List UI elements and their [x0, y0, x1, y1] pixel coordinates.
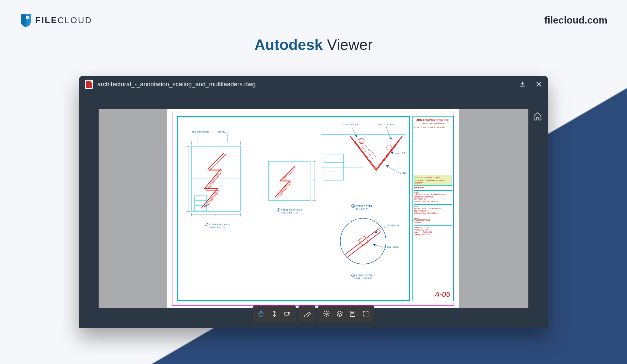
tb-client: client ALLAN CONSTRUCTION LTD. 102 MAIN …	[414, 204, 452, 215]
svg-text:END - RETURN 1-1/4": END - RETURN 1-1/4"	[387, 246, 399, 248]
svg-line-25	[278, 183, 288, 196]
page-title-strong: Autodesk	[254, 36, 323, 53]
viewer-window: architectural_-_annotation_scaling_and_m…	[79, 76, 548, 328]
svg-text:5/8" BENT PLATE: 5/8" BENT PLATE	[387, 224, 399, 226]
close-icon[interactable]	[536, 81, 542, 87]
svg-point-79	[326, 313, 328, 315]
svg-line-77	[307, 313, 308, 314]
filecloud-shield-icon	[20, 13, 32, 27]
svg-point-62	[387, 145, 392, 150]
brand-name: FILECLOUD	[35, 15, 92, 25]
svg-line-64	[345, 228, 379, 254]
camera-tool[interactable]	[281, 308, 294, 319]
svg-marker-52	[390, 137, 392, 139]
detail-3-label: 4 STAIR DETAIL 1 SCALE: 1"=1'-0"	[321, 204, 406, 210]
tool-group-settings	[318, 306, 374, 322]
svg-rect-7	[195, 195, 206, 211]
layers-tool[interactable]	[333, 308, 346, 319]
tb-meta: drawn by: LDP checked by: RT date: AUG 2…	[414, 225, 452, 236]
dwg-file-icon	[85, 80, 93, 89]
viewer-toolbar	[253, 306, 374, 322]
tb-revisions-block: 0 ISSUE: TENDER 12/28/07 0 REVISED PER B…	[414, 175, 452, 186]
settings-tool[interactable]	[320, 308, 333, 319]
brand-name-bold: FILE	[35, 15, 57, 25]
tb-company-sub: CONSULTING ENGINEERS	[414, 122, 452, 125]
home-icon[interactable]	[533, 112, 542, 121]
drawing-sheet: SEE 2x BLOCKING SEE PLAN 1 STAIR SECTION…	[167, 109, 460, 308]
canvas-gutter-right	[460, 109, 528, 308]
tb-content: content STAIR SECTIONS DETAILS	[414, 216, 452, 224]
viewer-filename: architectural_-_annotation_scaling_and_m…	[97, 81, 256, 88]
pan-tool[interactable]	[255, 308, 268, 319]
orbit-tool[interactable]	[268, 308, 281, 319]
svg-text:SEE PLAN: SEE PLAN	[217, 131, 227, 133]
svg-line-42	[368, 152, 373, 159]
svg-line-5	[208, 172, 219, 187]
detail-1-label: 1 STAIR SECTION 1 SCALE: 3/8"=1'-0"	[185, 223, 250, 228]
viewer-body: SEE 2x BLOCKING SEE PLAN 1 STAIR SECTION…	[79, 93, 548, 328]
detail-4-label: 3 STAIR DETAIL 2 SCALE: 1-1/2"=1'-0"	[327, 274, 399, 279]
title-block: JDS ENGINEERING INC. CONSULTING ENGINEER…	[412, 116, 454, 301]
svg-text:2x6 T+G DECKING: 2x6 T+G DECKING	[378, 124, 395, 126]
svg-line-75	[305, 314, 306, 315]
measure-tool[interactable]	[300, 308, 314, 319]
site-url: filecloud.com	[544, 15, 607, 26]
svg-rect-74	[304, 312, 311, 317]
tb-cities: SASKATOON SASKATCHEWAN	[414, 127, 452, 129]
svg-line-43	[371, 151, 376, 157]
tb-project: project INTERNATIONAL ROAD DYNAMICS ADDI…	[414, 190, 452, 203]
svg-marker-70	[373, 244, 376, 246]
drawing-canvas[interactable]: SEE 2x BLOCKING SEE PLAN 1 STAIR SECTION…	[99, 109, 528, 308]
stair-section-1: SEE 2x BLOCKING SEE PLAN 1 STAIR SECTION…	[185, 130, 250, 228]
viewer-titlebar: architectural_-_annotation_scaling_and_m…	[79, 76, 548, 93]
brand-name-light: CLOUD	[57, 15, 92, 25]
sheet-number: A-05	[414, 289, 452, 299]
svg-line-48	[394, 141, 399, 148]
detail-2-label: 2 STAIR SECTION 2 SCALE: 3/8"=1'-0"	[262, 208, 317, 214]
page-header: FILECLOUD filecloud.com	[0, 0, 627, 31]
svg-text:SEE 2x BLOCKING: SEE 2x BLOCKING	[192, 131, 209, 133]
svg-marker-56	[386, 165, 389, 167]
tb-revisions-label: revisions	[414, 186, 452, 189]
svg-rect-73	[285, 312, 289, 315]
download-icon[interactable]	[519, 81, 526, 87]
svg-text:5/8" BENT PL.: 5/8" BENT PL.	[402, 152, 406, 154]
page-title-rest: Viewer	[323, 36, 373, 53]
canvas-gutter-left	[99, 109, 167, 308]
tb-company: JDS ENGINEERING INC.	[414, 119, 452, 122]
svg-line-44	[381, 157, 386, 164]
svg-line-65	[347, 231, 381, 258]
svg-point-61	[359, 138, 364, 144]
stair-detail-2: 5/8" BENT PLATE END - RETURN 1-1/4" 3 ST…	[327, 217, 399, 279]
svg-line-55	[386, 166, 401, 174]
svg-line-3	[204, 192, 216, 207]
svg-line-76	[306, 314, 307, 315]
svg-marker-50	[355, 135, 358, 137]
svg-line-51	[386, 126, 391, 139]
svg-line-41	[365, 144, 370, 151]
svg-line-78	[308, 312, 309, 313]
tb-rev-2: 0 REVISED PER BIDS. REVIEW 09/11/07	[415, 180, 451, 184]
brand-logo: FILECLOUD	[20, 13, 92, 27]
fullscreen-tool[interactable]	[359, 308, 372, 319]
tool-group-nav	[253, 306, 296, 322]
page-title: Autodesk Viewer	[0, 36, 627, 54]
stair-detail-1: END 1-1/4" PIPE 2x6 T+G DECKING 5/8" BEN…	[321, 121, 406, 210]
tool-group-measure	[298, 306, 315, 322]
stair-section-2: 2 STAIR SECTION 2 SCALE: 3/8"=1'-0"	[262, 158, 317, 214]
svg-line-27	[283, 168, 293, 179]
tb-rev-1: 0 ISSUE: TENDER 12/28/07	[415, 177, 451, 179]
svg-text:C10x15.3 STRINGER: C10x15.3 STRINGER	[402, 172, 406, 174]
properties-tool[interactable]	[346, 308, 359, 319]
svg-text:END 1-1/4" PIPE: END 1-1/4" PIPE	[344, 124, 358, 126]
